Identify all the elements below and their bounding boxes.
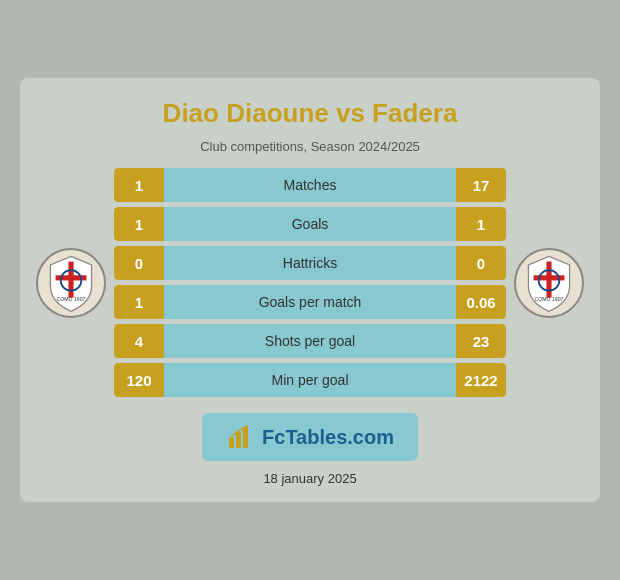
svg-rect-10 <box>243 428 248 448</box>
stat-left-value: 4 <box>114 324 164 358</box>
stat-left-value: 1 <box>114 285 164 319</box>
stat-row: 1Goals1 <box>114 207 506 241</box>
svg-rect-8 <box>229 437 234 448</box>
stat-row: 4Shots per goal23 <box>114 324 506 358</box>
fctables-icon <box>226 423 254 451</box>
left-club-badge: COMO 1907 <box>36 248 106 318</box>
stat-label: Shots per goal <box>164 324 456 358</box>
date-label: 18 january 2025 <box>263 471 356 486</box>
content-row: COMO 1907 1Matches171Goals10Hattricks01G… <box>36 168 584 397</box>
stat-label: Matches <box>164 168 456 202</box>
stat-row: 0Hattricks0 <box>114 246 506 280</box>
stat-label: Min per goal <box>164 363 456 397</box>
stat-label: Goals <box>164 207 456 241</box>
stat-row: 1Matches17 <box>114 168 506 202</box>
comparison-card: Diao Diaoune vs Fadera Club competitions… <box>20 78 600 502</box>
stat-right-value: 17 <box>456 168 506 202</box>
stat-row: 120Min per goal2122 <box>114 363 506 397</box>
right-club-badge: COMO 1907 <box>514 248 584 318</box>
stat-right-value: 2122 <box>456 363 506 397</box>
svg-text:COMO 1907: COMO 1907 <box>535 296 564 302</box>
stat-left-value: 0 <box>114 246 164 280</box>
stat-label: Goals per match <box>164 285 456 319</box>
stat-left-value: 1 <box>114 207 164 241</box>
svg-text:COMO 1907: COMO 1907 <box>57 296 86 302</box>
fctables-label: FcTables.com <box>262 426 394 449</box>
stats-column: 1Matches171Goals10Hattricks01Goals per m… <box>114 168 506 397</box>
stat-left-value: 120 <box>114 363 164 397</box>
stat-label: Hattricks <box>164 246 456 280</box>
stat-right-value: 0 <box>456 246 506 280</box>
page-title: Diao Diaoune vs Fadera <box>163 98 458 129</box>
svg-rect-9 <box>236 432 241 448</box>
page-subtitle: Club competitions, Season 2024/2025 <box>200 139 420 154</box>
stat-right-value: 23 <box>456 324 506 358</box>
stat-right-value: 1 <box>456 207 506 241</box>
stat-left-value: 1 <box>114 168 164 202</box>
stat-right-value: 0.06 <box>456 285 506 319</box>
stat-row: 1Goals per match0.06 <box>114 285 506 319</box>
fctables-logo: FcTables.com <box>202 413 418 461</box>
